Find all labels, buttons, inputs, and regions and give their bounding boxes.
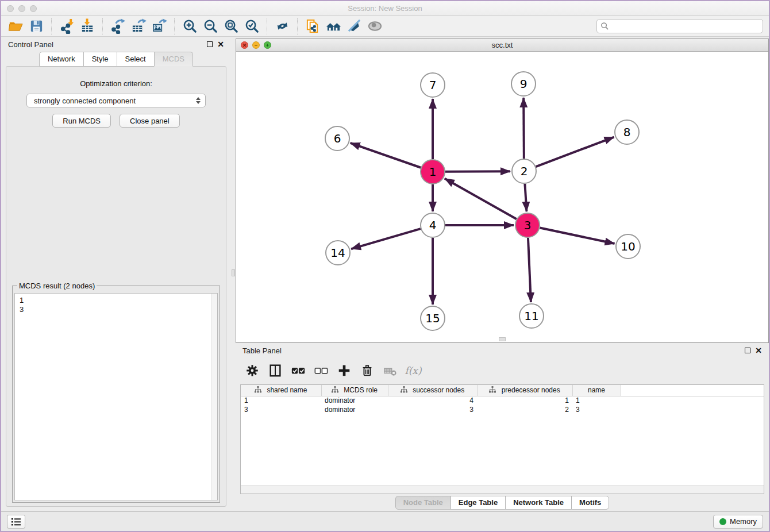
- graph-node-9[interactable]: 9: [511, 72, 536, 96]
- horizontal-splitter-grip[interactable]: [499, 337, 506, 341]
- cell-name[interactable]: 1: [572, 396, 621, 405]
- column-header-shared-name[interactable]: shared name: [241, 385, 321, 396]
- table-row[interactable]: 1dominator411: [241, 396, 764, 405]
- graph-edge-2-3[interactable]: [525, 184, 526, 211]
- graph-node-1[interactable]: 1: [421, 160, 445, 184]
- plus-icon: [337, 363, 352, 378]
- table-horizontal-scrollbar[interactable]: [241, 485, 764, 494]
- graph-node-6[interactable]: 6: [325, 126, 349, 151]
- clone-network-icon: [305, 18, 321, 34]
- tab-edge-table[interactable]: Edge Table: [451, 496, 506, 510]
- graph-node-8[interactable]: 8: [615, 120, 639, 144]
- select-all-button[interactable]: [290, 361, 307, 380]
- session-title: Session: New Session: [1, 4, 769, 13]
- toolbar-separator: [174, 18, 175, 34]
- run-mcds-button[interactable]: Run MCDS: [52, 114, 111, 128]
- task-history-button[interactable]: [7, 515, 25, 529]
- memory-button[interactable]: Memory: [713, 515, 763, 529]
- table-row[interactable]: 3dominator323: [241, 405, 764, 414]
- graph-edge-1-2[interactable]: [445, 171, 510, 172]
- cell-predecessor-nodes[interactable]: 1: [477, 396, 572, 405]
- graph-node-7[interactable]: 7: [421, 73, 445, 97]
- refresh-icon: [275, 18, 290, 34]
- cell-successor-nodes[interactable]: 4: [388, 396, 477, 405]
- import-table-button[interactable]: [79, 18, 96, 35]
- graph-node-3[interactable]: 3: [515, 213, 540, 237]
- column-header-successor-nodes[interactable]: successor nodes: [388, 385, 477, 396]
- column-header-MCDS-role[interactable]: MCDS role: [321, 385, 388, 396]
- graph-node-15[interactable]: 15: [421, 306, 445, 330]
- show-columns-button[interactable]: [267, 361, 284, 380]
- table-tabs: Node TableEdge TableNetwork TableMotifs: [236, 494, 769, 511]
- tab-motifs[interactable]: Motifs: [571, 496, 609, 510]
- add-column-button[interactable]: [336, 361, 353, 380]
- export-table-button[interactable]: [130, 18, 147, 35]
- tab-network[interactable]: Network: [39, 52, 84, 67]
- task-list-icon: [11, 517, 21, 526]
- tab-style[interactable]: Style: [83, 52, 117, 67]
- cell-filler: [621, 396, 764, 405]
- graph-node-11[interactable]: 11: [519, 304, 544, 328]
- tab-network-table[interactable]: Network Table: [505, 496, 572, 510]
- float-panel-icon[interactable]: [745, 348, 750, 353]
- mcds-result-group: MCDS result (2 nodes) 1 3: [12, 286, 220, 503]
- svg-text:4: 4: [429, 218, 437, 232]
- cell-shared-name[interactable]: 3: [241, 405, 321, 414]
- close-panel-button[interactable]: Close panel: [120, 114, 180, 128]
- tab-select[interactable]: Select: [117, 52, 155, 67]
- graph-edge-1-6[interactable]: [351, 143, 421, 168]
- tab-mcds[interactable]: MCDS: [154, 52, 193, 67]
- close-panel-icon[interactable]: ✕: [755, 348, 762, 353]
- column-header-name[interactable]: name: [572, 385, 621, 396]
- import-network-button[interactable]: [58, 18, 75, 35]
- mcds-result-textarea[interactable]: 1 3: [14, 293, 218, 500]
- cell-name[interactable]: 3: [572, 405, 621, 414]
- close-panel-icon[interactable]: ✕: [217, 41, 224, 47]
- result-scrollbar[interactable]: [211, 294, 217, 500]
- cell-successor-nodes[interactable]: 3: [388, 405, 477, 414]
- refresh-button[interactable]: [274, 18, 291, 35]
- search-input[interactable]: [596, 19, 763, 33]
- zoom-selected-button[interactable]: [243, 18, 260, 35]
- clone-network-button[interactable]: [304, 18, 321, 35]
- graph-node-4[interactable]: 4: [421, 213, 445, 237]
- vertical-splitter[interactable]: [231, 37, 236, 511]
- network-window-title: scc.txt: [236, 41, 768, 49]
- cell-MCDS-role[interactable]: dominator: [321, 405, 388, 414]
- graph-node-14[interactable]: 14: [326, 241, 350, 265]
- save-session-button[interactable]: [28, 18, 45, 35]
- hide-graphics-details-button[interactable]: [345, 18, 363, 35]
- graph-edge-2-8[interactable]: [536, 137, 614, 167]
- graph-edge-3-10[interactable]: [540, 228, 615, 244]
- table-settings-button[interactable]: [244, 361, 261, 380]
- cell-predecessor-nodes[interactable]: 2: [477, 405, 572, 414]
- cell-MCDS-role[interactable]: dominator: [321, 396, 388, 405]
- deselect-all-button[interactable]: [313, 361, 330, 380]
- export-image-button[interactable]: [151, 18, 168, 35]
- zoom-fit-button[interactable]: [222, 18, 240, 35]
- delete-column-button[interactable]: [359, 361, 376, 380]
- float-panel-icon[interactable]: [207, 41, 213, 47]
- graph-edge-3-11[interactable]: [528, 238, 531, 302]
- splitter-grip-icon[interactable]: [232, 269, 235, 276]
- graph-node-2[interactable]: 2: [512, 159, 536, 183]
- zoom-out-button[interactable]: [202, 18, 219, 35]
- optimization-criterion-select[interactable]: strongly connected component: [26, 94, 206, 107]
- graph-edge-3-1[interactable]: [445, 179, 517, 219]
- toolbar-separator: [102, 18, 103, 34]
- control-panel-header: Control Panel ✕: [1, 37, 231, 52]
- open-session-button[interactable]: [7, 18, 24, 35]
- cell-shared-name[interactable]: 1: [241, 396, 321, 405]
- network-canvas[interactable]: 7968124314101511: [236, 52, 768, 342]
- graph-edge-4-14[interactable]: [351, 229, 421, 249]
- graph-node-10[interactable]: 10: [616, 234, 640, 259]
- delete-table-button-disabled: [382, 361, 399, 380]
- tab-node-table[interactable]: Node Table: [395, 496, 451, 510]
- column-header-predecessor-nodes[interactable]: predecessor nodes: [477, 385, 572, 396]
- export-network-button[interactable]: [109, 18, 126, 35]
- graph-edge-2-9[interactable]: [523, 98, 524, 159]
- zoom-in-button[interactable]: [181, 18, 198, 35]
- home-layout-button[interactable]: [325, 18, 342, 35]
- svg-text:1: 1: [429, 165, 437, 179]
- eye-button[interactable]: [366, 18, 383, 35]
